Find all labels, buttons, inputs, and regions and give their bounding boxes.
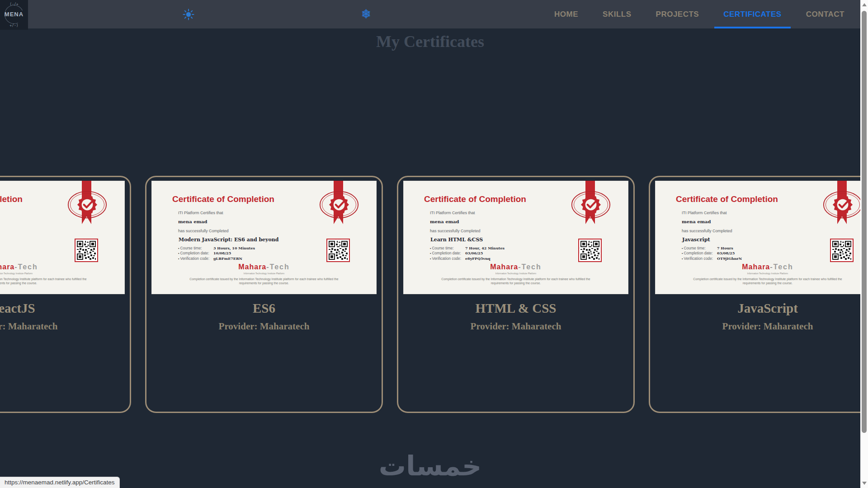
cert-completion-date-label: Completion date: (430, 251, 465, 255)
cert-details: Course time: 3 Hours, 10 Minutes Complet… (178, 245, 255, 261)
cert-completion-date-label: Completion date: (178, 251, 213, 255)
cert-completion-date-value: 03/06/25 (465, 251, 483, 255)
cert-details: Course time: 7 Hour, 42 Minutes Completi… (430, 245, 505, 261)
site-logo[interactable]: (-/+ MENA +/-) (0, 0, 28, 30)
card-provider: Provider: Maharatech (403, 321, 628, 332)
cert-heading: Certificate of Completion (424, 194, 526, 204)
mahara-tech-caption: Information Technology Institute Platfor… (0, 272, 125, 275)
card-title: HTML & CSS (403, 301, 628, 316)
cert-completed-line: has successfully Completed (430, 229, 481, 233)
scroll-up-arrow-icon[interactable] (862, 3, 867, 6)
cert-certifies-line: ITI Platform Certifies that (430, 211, 475, 215)
cert-footer-text: Completion certificate issued by the Inf… (437, 277, 595, 285)
scrollbar-thumb[interactable] (862, 11, 867, 433)
nav-link-skills[interactable]: SKILLS (603, 0, 631, 28)
logo-text: MENA (0, 11, 28, 18)
cert-certifies-line: ITI Platform Certifies that (682, 211, 727, 215)
certificate-image: Certificate of Completion ITI Platform C… (151, 181, 377, 294)
card-title: ES6 (151, 301, 377, 316)
cert-course-time-value: 3 Hours, 10 Minutes (213, 246, 255, 250)
nav-link-home[interactable]: HOME (554, 0, 578, 28)
cert-footer-text: Completion certificate issued by the Inf… (185, 277, 343, 285)
cert-details: Course time: 7 Hours Completion date: 03… (682, 245, 742, 261)
logo-deco-bottom: +/-) (0, 23, 28, 28)
cert-verification-code-value: gLBFmE7ERN (213, 256, 242, 261)
mahara-tech-caption: Information Technology Institute Platfor… (151, 272, 377, 275)
cert-completion-date-value: 10/08/25 (213, 251, 231, 255)
cert-verification-code-value: OT9jIGhnrN (717, 256, 742, 261)
qr-code (75, 239, 98, 262)
mahara-tech-logo: Mahara-Tech (655, 263, 860, 271)
nav-link-certificates[interactable]: CERTIFICATES (723, 0, 781, 28)
browser-viewport: (-/+ MENA +/-) ❄ HOME SKILLS (0, 0, 868, 488)
cert-verification-code-value: e8yFPQ5vnq (465, 256, 491, 261)
certificates-carousel: Certificate of Completion ITI Platform C… (0, 176, 860, 413)
award-badge-icon (570, 190, 612, 220)
cert-course-name: Javascript (682, 237, 710, 243)
cert-course-time-label: Course time: (682, 246, 717, 250)
cert-verification-code-label: Verification code: (178, 256, 213, 261)
cert-course-name: Modern JavaScript: ES6 and beyond (179, 237, 279, 243)
scroll-down-arrow-icon[interactable] (862, 482, 867, 485)
cert-heading: Certificate of Completion (0, 194, 23, 204)
card-provider: Provider: Maharatech (655, 321, 860, 332)
award-badge-icon (318, 190, 360, 220)
cert-footer-text: Completion certificate issued by the Inf… (689, 277, 847, 285)
qr-code (578, 239, 602, 262)
nav-links: HOME SKILLS PROJECTS CERTIFICATES CONTAC… (554, 0, 844, 28)
certificate-card[interactable]: Certificate of Completion ITI Platform C… (145, 176, 383, 413)
cert-completed-line: has successfully Completed (178, 229, 229, 233)
nav-link-projects[interactable]: PROJECTS (656, 0, 699, 28)
sun-icon[interactable] (182, 0, 195, 28)
cert-completion-date-value: 03/08/25 (717, 251, 735, 255)
certificate-image: Certificate of Completion ITI Platform C… (403, 181, 628, 294)
logo-deco-top: (-/+ (0, 2, 28, 6)
cert-heading: Certificate of Completion (676, 194, 778, 204)
snowflake-icon[interactable]: ❄ (359, 0, 373, 28)
card-provider: Provider: Maharatech (151, 321, 377, 332)
cert-trainee-name: mena emad (682, 219, 711, 224)
card-provider: Provider: Maharatech (0, 321, 125, 332)
cert-verification-code-label: Verification code: (430, 256, 465, 261)
cert-verification-code-label: Verification code: (682, 256, 717, 261)
cert-course-name: Learn HTML &CSS (430, 237, 483, 243)
khamsat-logo: خمسات (0, 450, 860, 482)
mahara-tech-logo: Mahara-Tech (151, 263, 377, 271)
cert-completed-line: has successfully Completed (682, 229, 732, 233)
cert-course-time-value: 7 Hours (717, 246, 733, 250)
cert-trainee-name: mena emad (178, 219, 208, 224)
cert-completion-date-label: Completion date: (682, 251, 717, 255)
award-badge-icon (66, 190, 108, 220)
card-title: ReactJS (0, 301, 125, 316)
cert-course-time-label: Course time: (178, 246, 213, 250)
cert-heading: Certificate of Completion (172, 194, 274, 204)
cert-footer-text: Completion certificate issued by the Inf… (0, 277, 91, 285)
portfolio-page: (-/+ MENA +/-) ❄ HOME SKILLS (0, 0, 860, 488)
certificate-card[interactable]: Certificate of Completion ITI Platform C… (0, 176, 131, 413)
mahara-tech-logo: Mahara-Tech (403, 263, 628, 271)
cert-certifies-line: ITI Platform Certifies that (178, 211, 223, 215)
vertical-scrollbar[interactable] (860, 0, 868, 488)
award-badge-icon (821, 190, 860, 220)
mahara-tech-caption: Information Technology Institute Platfor… (403, 272, 628, 275)
mahara-tech-logo: Mahara-Tech (0, 263, 125, 271)
certificate-card[interactable]: Certificate of Completion ITI Platform C… (649, 176, 860, 413)
qr-code (830, 239, 854, 262)
mahara-tech-caption: Information Technology Institute Platfor… (655, 272, 860, 275)
navbar: (-/+ MENA +/-) ❄ HOME SKILLS (0, 0, 860, 28)
certificate-image: Certificate of Completion ITI Platform C… (0, 181, 125, 294)
cert-course-time-label: Course time: (430, 246, 465, 250)
cert-course-time-value: 7 Hour, 42 Minutes (465, 246, 505, 250)
certificate-image: Certificate of Completion ITI Platform C… (655, 181, 860, 294)
page-title: My Certificates (0, 32, 860, 51)
card-title: JavaScript (655, 301, 860, 316)
certificate-card[interactable]: Certificate of Completion ITI Platform C… (397, 176, 635, 413)
nav-link-contact[interactable]: CONTACT (806, 0, 844, 28)
link-preview-statusbar: https://menaemad.netlify.app/Certificate… (0, 477, 120, 488)
qr-code (326, 239, 350, 262)
cert-trainee-name: mena emad (430, 219, 459, 224)
